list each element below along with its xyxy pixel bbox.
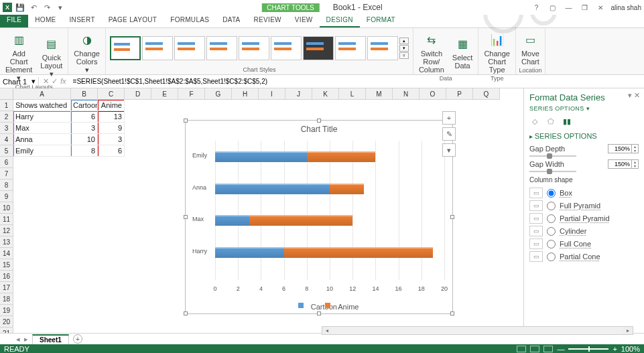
chart-style-8[interactable] <box>335 36 366 60</box>
shape-option-full-cone[interactable]: ▭Full Cone <box>529 238 639 249</box>
select-all-corner[interactable] <box>0 88 13 100</box>
gap-width-slider[interactable] <box>529 171 576 172</box>
chart-style-7[interactable] <box>303 36 334 60</box>
zoom-in-button[interactable]: + <box>613 345 617 353</box>
chart-style-5[interactable] <box>239 36 269 60</box>
restore-button[interactable]: ❐ <box>578 2 590 13</box>
undo-icon[interactable]: ↶ <box>28 2 39 13</box>
page-layout-view-icon[interactable] <box>530 346 539 352</box>
new-sheet-button[interactable]: + <box>73 334 82 344</box>
chart-style-1[interactable] <box>110 36 141 60</box>
change-chart-type-button[interactable]: 📊Change Chart Type <box>481 29 513 75</box>
tab-design[interactable]: DESIGN <box>320 15 360 27</box>
row-header[interactable]: 11 <box>0 214 13 225</box>
column-header[interactable]: L <box>339 88 366 100</box>
gap-depth-slider[interactable] <box>529 155 576 157</box>
chart-style-9[interactable] <box>367 36 398 60</box>
fill-line-icon[interactable]: ◇ <box>529 116 540 127</box>
chart-styles-gallery[interactable]: ▴▾▿ <box>109 29 410 66</box>
add-chart-element-button[interactable]: ▥Add Chart Element ▾ <box>3 29 35 84</box>
shape-option-box[interactable]: ▭Box <box>529 188 639 198</box>
enter-formula-icon[interactable]: ✓ <box>52 77 58 86</box>
page-break-view-icon[interactable] <box>543 346 553 352</box>
column-header[interactable]: C <box>98 88 125 100</box>
cell[interactable]: 6 <box>71 111 98 123</box>
cell[interactable]: Shows watched <box>13 100 71 111</box>
gap-depth-input[interactable]: ▴▾ <box>608 144 639 153</box>
chart-title[interactable]: Chart Title <box>186 121 452 138</box>
bar-max[interactable] <box>215 212 352 228</box>
gap-width-input[interactable]: ▴▾ <box>608 159 639 169</box>
cell[interactable]: Emily <box>13 145 71 157</box>
column-header[interactable]: M <box>366 88 393 100</box>
sheet-nav-next-icon[interactable]: ▸ <box>24 335 28 344</box>
row-header[interactable]: 9 <box>0 191 13 202</box>
row-header[interactable]: 3 <box>0 123 13 134</box>
row-header[interactable]: 14 <box>0 248 13 259</box>
column-header[interactable]: H <box>232 88 259 100</box>
cell[interactable]: Harry <box>13 111 71 123</box>
row-header[interactable]: 18 <box>0 293 13 305</box>
worksheet[interactable]: ABCDEFGHIJKLMNOPQ 1234567891011121314151… <box>0 88 523 333</box>
column-header[interactable]: Q <box>473 88 500 100</box>
tab-view[interactable]: VIEW <box>288 15 320 27</box>
cell[interactable]: Cartoon <box>71 100 98 111</box>
row-header[interactable]: 7 <box>0 168 13 180</box>
row-header[interactable]: 19 <box>0 305 13 316</box>
effects-icon[interactable]: ⬠ <box>545 116 556 127</box>
cell[interactable]: 13 <box>98 111 125 123</box>
column-header[interactable]: K <box>312 88 339 100</box>
tab-page-layout[interactable]: PAGE LAYOUT <box>102 15 164 27</box>
zoom-out-button[interactable]: — <box>557 345 564 353</box>
gallery-up-icon[interactable]: ▴ <box>399 38 409 44</box>
horizontal-scrollbar[interactable]: ◂▸ <box>322 326 633 335</box>
select-data-button[interactable]: ▦Select Data <box>450 33 476 71</box>
user-name[interactable]: alina shah <box>610 4 641 11</box>
chart-styles-button[interactable]: ✎ <box>442 127 456 141</box>
tab-data[interactable]: DATA <box>216 15 247 27</box>
cell[interactable]: 3 <box>71 123 98 134</box>
cancel-formula-icon[interactable]: ✕ <box>43 77 49 86</box>
row-header[interactable]: 2 <box>0 111 13 123</box>
cell[interactable]: 8 <box>71 145 98 157</box>
column-header[interactable]: B <box>71 88 98 100</box>
row-header[interactable]: 20 <box>0 316 13 328</box>
column-header[interactable]: E <box>151 88 178 100</box>
cell[interactable]: 6 <box>98 145 125 157</box>
column-header[interactable]: D <box>125 88 151 100</box>
row-header[interactable]: 1 <box>0 100 13 111</box>
chart-object[interactable]: Chart Title Cartoon Anime 02468101214161… <box>185 120 453 314</box>
save-icon[interactable]: 💾 <box>15 2 25 13</box>
chart-style-2[interactable] <box>142 36 173 60</box>
tab-file[interactable]: FILE <box>0 15 28 27</box>
series-options-header[interactable]: ▸ SERIES OPTIONS <box>529 132 639 140</box>
bar-emily[interactable] <box>215 149 375 165</box>
cell[interactable]: 3 <box>98 134 125 145</box>
row-header[interactable]: 15 <box>0 259 13 271</box>
shape-option-cylinder[interactable]: ▭Cylinder <box>529 226 639 236</box>
column-header[interactable]: N <box>393 88 420 100</box>
row-header[interactable]: 13 <box>0 236 13 248</box>
row-header[interactable]: 17 <box>0 282 13 293</box>
row-header[interactable]: 6 <box>0 157 13 168</box>
tab-formulas[interactable]: FORMULAS <box>164 15 216 27</box>
column-header[interactable]: F <box>178 88 205 100</box>
chart-style-4[interactable] <box>206 36 237 60</box>
column-header[interactable]: P <box>446 88 473 100</box>
chart-filters-button[interactable]: ▾ <box>442 143 456 157</box>
cell[interactable]: 10 <box>71 134 98 145</box>
sheet-tab-sheet1[interactable]: Sheet1 <box>32 334 69 344</box>
series-options-icon[interactable]: ▮▮ <box>562 116 572 127</box>
pane-close-icon[interactable]: ▾ ✕ <box>628 91 640 100</box>
cell[interactable]: Max <box>13 123 71 134</box>
zoom-level[interactable]: 100% <box>621 345 640 353</box>
close-button[interactable]: ✕ <box>594 2 606 13</box>
change-colors-button[interactable]: ◑Change Colors ▾ <box>71 29 103 76</box>
ribbon-options-icon[interactable]: ▢ <box>546 2 558 13</box>
quick-layout-button[interactable]: ▤Quick Layout ▾ <box>38 33 65 80</box>
row-header[interactable]: 12 <box>0 225 13 236</box>
gallery-more-icon[interactable]: ▿ <box>399 52 409 59</box>
tab-review[interactable]: REVIEW <box>247 15 288 27</box>
row-header[interactable]: 8 <box>0 180 13 191</box>
column-header[interactable]: J <box>285 88 312 100</box>
